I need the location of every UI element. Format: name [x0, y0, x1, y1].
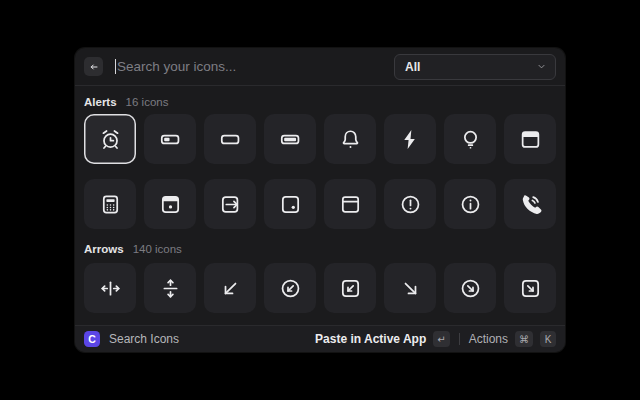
section-icon-count: 16 icons — [126, 96, 169, 108]
icon-tile-arrow-down-right[interactable] — [384, 263, 436, 313]
primary-action-label[interactable]: Paste in Active App — [315, 332, 426, 346]
section-icon-count: 140 icons — [133, 243, 182, 255]
icon-tile-browser-outline[interactable] — [324, 179, 376, 229]
icon-tile-arrow-down-right-circle[interactable] — [444, 263, 496, 313]
icon-search-window: All Alerts16 iconsArrows140 icons C Sear… — [75, 48, 565, 352]
icon-tile-battery-full[interactable] — [264, 114, 316, 164]
icon-tile-expand-vertical[interactable] — [144, 263, 196, 313]
chevron-down-icon — [536, 61, 547, 72]
flash-icon — [399, 128, 422, 151]
app-logo: C — [84, 331, 100, 347]
icon-tile-box-dot[interactable] — [264, 179, 316, 229]
icon-tile-arrow-down-left[interactable] — [204, 263, 256, 313]
icon-tile-battery-medium[interactable] — [144, 114, 196, 164]
enter-keycap: ↵ — [433, 331, 449, 347]
section-label: Alerts — [84, 96, 117, 108]
box-arrow-right-icon — [219, 193, 242, 216]
arrow-down-left-circle-icon — [279, 277, 302, 300]
phone-ringing-icon — [519, 193, 542, 216]
battery-full-icon — [279, 128, 302, 151]
arrow-down-right-square-icon — [519, 277, 542, 300]
icon-grid — [84, 263, 556, 313]
browser-filled-icon — [519, 128, 542, 151]
icon-tile-flash[interactable] — [384, 114, 436, 164]
expand-vertical-icon — [159, 277, 182, 300]
section-arrows: Arrows140 icons — [84, 243, 556, 313]
arrow-left-icon — [88, 61, 100, 73]
battery-medium-icon — [159, 128, 182, 151]
icon-tile-browser-filled[interactable] — [504, 114, 556, 164]
icon-grid-area: Alerts16 iconsArrows140 icons — [75, 96, 565, 313]
filter-selected-value: All — [405, 60, 536, 74]
status-bar: C Search Icons Paste in Active App ↵ Act… — [75, 325, 565, 352]
calculator-icon — [99, 193, 122, 216]
icon-tile-calculator[interactable] — [84, 179, 136, 229]
search-input[interactable] — [117, 59, 394, 74]
icon-tile-arrow-down-left-square[interactable] — [324, 263, 376, 313]
icon-tile-notification-box[interactable] — [144, 179, 196, 229]
command-keycap: ⌘ — [515, 331, 533, 347]
arrow-down-right-icon — [399, 277, 422, 300]
alert-circle-icon — [399, 193, 422, 216]
icon-tile-lightbulb[interactable] — [444, 114, 496, 164]
arrow-down-right-circle-icon — [459, 277, 482, 300]
alarm-clock-icon — [99, 128, 122, 151]
section-label: Arrows — [84, 243, 124, 255]
back-button[interactable] — [84, 57, 103, 76]
footer-separator — [459, 333, 460, 345]
browser-outline-icon — [339, 193, 362, 216]
arrow-down-left-square-icon — [339, 277, 362, 300]
search-bar: All — [75, 48, 565, 86]
icon-tile-phone-ringing[interactable] — [504, 179, 556, 229]
actions-menu-label[interactable]: Actions — [469, 332, 508, 346]
icon-tile-arrow-down-left-circle[interactable] — [264, 263, 316, 313]
section-header: Alerts16 icons — [84, 96, 556, 110]
icon-tile-bell[interactable] — [324, 114, 376, 164]
lightbulb-icon — [459, 128, 482, 151]
icon-tile-box-arrow-right[interactable] — [204, 179, 256, 229]
icon-tile-alarm-clock[interactable] — [84, 114, 136, 164]
icon-grid — [84, 114, 556, 229]
arrow-down-left-icon — [219, 277, 242, 300]
expand-horizontal-icon — [99, 277, 122, 300]
icon-tile-alert-circle[interactable] — [384, 179, 436, 229]
text-caret — [115, 59, 116, 74]
icon-tile-expand-horizontal[interactable] — [84, 263, 136, 313]
info-circle-icon — [459, 193, 482, 216]
icon-tile-battery-empty[interactable] — [204, 114, 256, 164]
icon-tile-arrow-down-right-square[interactable] — [504, 263, 556, 313]
k-keycap: K — [540, 331, 556, 347]
section-alerts: Alerts16 icons — [84, 96, 556, 229]
box-dot-icon — [279, 193, 302, 216]
icon-tile-info-circle[interactable] — [444, 179, 496, 229]
bell-icon — [339, 128, 362, 151]
app-name: Search Icons — [109, 332, 179, 346]
battery-empty-icon — [219, 128, 242, 151]
notification-box-icon — [159, 193, 182, 216]
section-header: Arrows140 icons — [84, 243, 556, 257]
category-filter-dropdown[interactable]: All — [394, 54, 556, 80]
